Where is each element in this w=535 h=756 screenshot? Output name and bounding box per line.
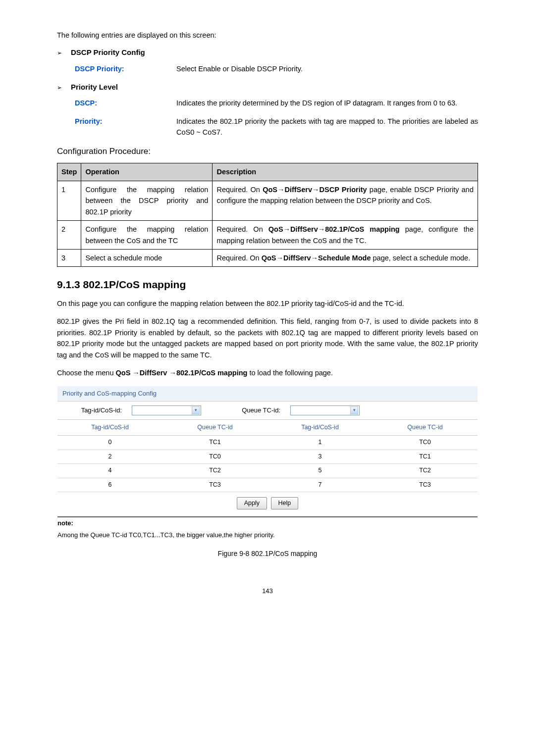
chevron-down-icon: ▾: [192, 406, 200, 414]
cfg-cell: TC1: [162, 438, 268, 447]
selectors-row: Tag-id/CoS-id: ▾ Queue TC-id: ▾: [57, 402, 478, 420]
para-2: 802.1P gives the Pri field in 802.1Q tag…: [57, 316, 478, 360]
cfg-cell: 4: [57, 466, 162, 475]
col-header: Queue TC-id: [373, 423, 478, 432]
button-row: Apply Help: [57, 492, 478, 516]
dscp-desc: Indicates the priority determined by the…: [176, 98, 457, 108]
td-step: 3: [57, 250, 81, 267]
dscp-priority-row: DSCP Priority: Select Enable or Disable …: [75, 63, 478, 74]
bullet-arrow-icon: [57, 83, 62, 93]
bullet-arrow-icon: [57, 49, 62, 58]
priority-label: Priority:: [75, 116, 176, 127]
desc-bold: QoS→DiffServ→DSCP Priority: [263, 186, 367, 194]
dscp-label: DSCP:: [75, 98, 176, 108]
table-row: 1 Configure the mapping relation between…: [57, 181, 478, 220]
cfg-cell: 5: [268, 466, 373, 475]
cfg-table-head: Tag-id/CoS-id Queue TC-id Tag-id/CoS-id …: [57, 420, 478, 436]
tagid-label: Tag-id/CoS-id:: [62, 405, 132, 415]
cfg-cell: 1: [268, 438, 373, 447]
priority-row: Priority: Indicates the 802.1P priority …: [75, 116, 478, 138]
td-operation: Select a schedule mode: [81, 250, 213, 267]
table-header-row: Step Operation Description: [57, 163, 478, 181]
cfg-cell: TC2: [162, 466, 268, 475]
desc-bold: QoS→DiffServ→Schedule Mode: [262, 254, 371, 262]
th-description: Description: [213, 163, 478, 181]
figure-caption: Figure 9-8 802.1P/CoS mapping: [57, 549, 478, 559]
desc-prefix: Required. On: [216, 186, 263, 194]
table-row: 2 Configure the mapping relation between…: [57, 221, 478, 250]
queue-select[interactable]: ▾: [290, 405, 360, 415]
th-operation: Operation: [81, 163, 213, 181]
col-header: Tag-id/CoS-id: [57, 423, 162, 432]
td-description: Required. On QoS→DiffServ→DSCP Priority …: [213, 181, 478, 220]
td-operation: Configure the mapping relation between t…: [81, 221, 213, 250]
procedure-table: Step Operation Description 1 Configure t…: [57, 163, 478, 267]
cfg-cell: 7: [268, 480, 373, 490]
col-header: Queue TC-id: [162, 423, 268, 432]
td-operation: Configure the mapping relation between t…: [81, 181, 213, 220]
para3-bold: QoS →DiffServ →802.1P/CoS mapping: [116, 369, 248, 377]
cfg-cell: TC1: [373, 452, 478, 461]
priority-desc: Indicates the 802.1P priority the packet…: [176, 116, 478, 138]
dscp-priority-label: DSCP Priority:: [75, 63, 176, 74]
desc-bold: QoS→DiffServ→802.1P/CoS mapping: [268, 225, 400, 233]
page-number: 143: [57, 586, 478, 596]
td-description: Required. On QoS→DiffServ→802.1P/CoS map…: [213, 221, 478, 250]
chevron-down-icon: ▾: [350, 406, 358, 414]
cfg-row: 2 TC0 3 TC1: [57, 450, 478, 464]
desc-suffix: page, select a schedule mode.: [371, 254, 470, 262]
cfg-cell: 0: [57, 438, 162, 447]
para3-post: to load the following page.: [247, 369, 333, 377]
intro-text: The following entries are displayed on t…: [57, 30, 478, 41]
help-button[interactable]: Help: [271, 497, 299, 509]
col-header: Tag-id/CoS-id: [268, 423, 373, 432]
cfg-cell: 6: [57, 480, 162, 490]
cfg-cell: TC0: [162, 452, 268, 461]
priority-level-section: Priority Level DSCP: Indicates the prior…: [57, 81, 478, 138]
config-panel: Priority and CoS-mapping Config Tag-id/C…: [57, 386, 478, 545]
section-heading-913: 9.1.3 802.1P/CoS mapping: [57, 277, 478, 293]
desc-prefix: Required. On: [216, 254, 261, 262]
cfg-cell: TC3: [373, 480, 478, 490]
para-3: Choose the menu QoS →DiffServ →802.1P/Co…: [57, 367, 478, 378]
cfg-cell: 3: [268, 452, 373, 461]
figure-container: Priority and CoS-mapping Config Tag-id/C…: [57, 386, 478, 559]
dscp-priority-config-section: DSCP Priority Config DSCP Priority: Sele…: [57, 47, 478, 74]
th-step: Step: [57, 163, 81, 181]
bullet-heading: DSCP Priority Config: [57, 47, 478, 58]
queue-label: Queue TC-id:: [201, 405, 290, 415]
cfg-row: 4 TC2 5 TC2: [57, 464, 478, 478]
bullet-heading: Priority Level: [57, 81, 478, 93]
note-label: note:: [57, 518, 478, 528]
bullet-title: DSCP Priority Config: [71, 47, 145, 58]
td-description: Required. On QoS→DiffServ→Schedule Mode …: [213, 250, 478, 267]
td-step: 1: [57, 181, 81, 220]
para-1: On this page you can configure the mappi…: [57, 298, 478, 309]
para3-pre: Choose the menu: [57, 369, 116, 377]
cfg-row: 0 TC1 1 TC0: [57, 436, 478, 450]
cfg-cell: 2: [57, 452, 162, 461]
desc-prefix: Required. On: [216, 225, 268, 233]
cfg-row: 6 TC3 7 TC3: [57, 478, 478, 492]
cfg-cell: TC3: [162, 480, 268, 490]
tagid-select[interactable]: ▾: [132, 405, 201, 415]
dscp-row: DSCP: Indicates the priority determined …: [75, 98, 478, 108]
config-procedure-title: Configuration Procedure:: [57, 145, 478, 158]
apply-button[interactable]: Apply: [237, 497, 267, 509]
dscp-priority-desc: Select Enable or Disable DSCP Priority.: [176, 63, 303, 74]
cfg-cell: TC2: [373, 466, 478, 475]
cfg-cell: TC0: [373, 438, 478, 447]
panel-header: Priority and CoS-mapping Config: [57, 386, 478, 402]
bullet-title: Priority Level: [71, 81, 118, 93]
divider: [57, 516, 478, 517]
note-text: Among the Queue TC-id TC0,TC1...TC3, the…: [57, 530, 478, 540]
table-row: 3 Select a schedule mode Required. On Qo…: [57, 250, 478, 267]
td-step: 2: [57, 221, 81, 250]
